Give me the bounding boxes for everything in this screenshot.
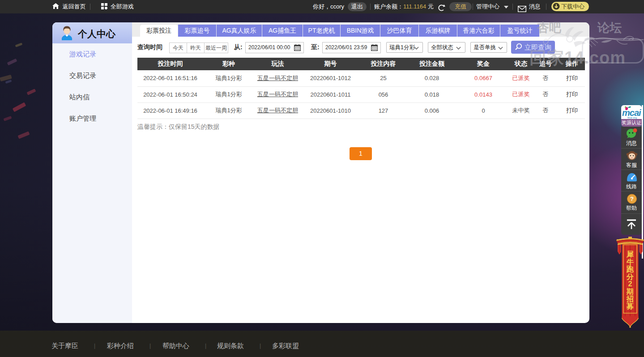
svg-text:?: ?: [630, 196, 634, 202]
